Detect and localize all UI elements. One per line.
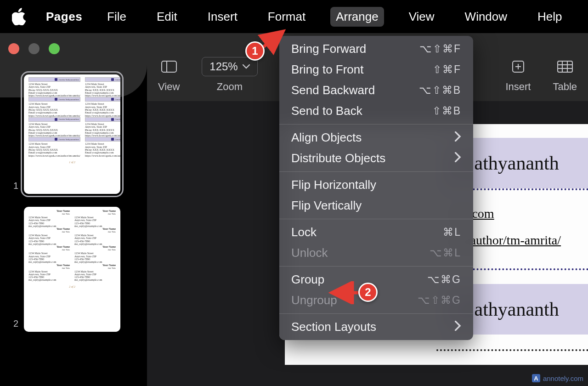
window-close-button[interactable] xyxy=(8,43,19,54)
menu-help[interactable]: Help xyxy=(532,7,567,27)
toolbar-table-group: Table xyxy=(553,57,577,93)
window-minimize-button[interactable] xyxy=(28,43,40,54)
menuitem-distribute-objects[interactable]: Distribute Objects xyxy=(279,148,473,169)
svg-rect-5 xyxy=(558,61,572,72)
svg-rect-0 xyxy=(162,61,176,72)
insert-button[interactable] xyxy=(509,57,528,76)
page-thumbnails-sidebar: 1 Amrita Sathyananthan 1234 Main StreetA… xyxy=(0,97,147,386)
page-thumbnail-2[interactable]: Your NameJob Title 1234 Main StreetAnyto… xyxy=(24,207,120,332)
chevron-down-icon xyxy=(243,64,250,69)
menuitem-bring-forward[interactable]: Bring Forward⌥⇧⌘F xyxy=(279,39,473,59)
menuitem-align-objects[interactable]: Align Objects xyxy=(279,127,473,148)
app-name[interactable]: Pages xyxy=(46,10,82,24)
watermark: A annotely.com xyxy=(532,374,583,382)
chevron-right-icon xyxy=(455,320,461,334)
annotation-step-2: 2 xyxy=(358,283,378,302)
zoom-value: 125% xyxy=(209,60,237,73)
menuitem-flip-vertically[interactable]: Flip Vertically xyxy=(279,195,473,216)
menuitem-lock[interactable]: Lock⌘L xyxy=(279,222,473,243)
apple-menu-icon[interactable] xyxy=(12,8,27,25)
toolbar-insert-group: Insert xyxy=(505,57,531,93)
menuitem-send-to-back[interactable]: Send to Back⇧⌘B xyxy=(279,101,473,121)
menu-edit[interactable]: Edit xyxy=(151,7,183,27)
menu-format[interactable]: Format xyxy=(262,7,311,27)
page-thumbnail-1[interactable]: Amrita Sathyananthan 1234 Main StreetAny… xyxy=(24,74,120,194)
window-zoom-button[interactable] xyxy=(49,43,60,54)
chevron-right-icon xyxy=(455,131,461,145)
menuitem-bring-to-front[interactable]: Bring to Front⇧⌘F xyxy=(279,59,473,80)
page-number-2: 2 xyxy=(9,318,18,329)
menuitem-unlock: Unlock⌥⌘L xyxy=(279,243,473,263)
chevron-right-icon xyxy=(455,151,461,165)
view-label: View xyxy=(158,81,180,93)
menuitem-send-backward[interactable]: Send Backward⌥⇧⌘B xyxy=(279,80,473,101)
view-button[interactable] xyxy=(159,57,179,76)
menu-file[interactable]: File xyxy=(102,7,132,27)
menu-window[interactable]: Window xyxy=(459,7,513,27)
menu-view[interactable]: View xyxy=(403,7,440,27)
table-button[interactable] xyxy=(555,57,575,76)
page-number-1: 1 xyxy=(9,181,18,191)
menuitem-section-layouts[interactable]: Section Layouts xyxy=(279,317,473,337)
dotted-separator xyxy=(436,349,588,351)
menuitem-flip-horizontally[interactable]: Flip Horizontally xyxy=(279,175,473,195)
zoom-label: Zoom xyxy=(217,81,243,93)
toolbar-view-group: View xyxy=(158,57,180,93)
insert-label: Insert xyxy=(505,81,531,93)
annotely-logo-icon: A xyxy=(532,374,540,382)
menu-insert[interactable]: Insert xyxy=(202,7,243,27)
menu-arrange[interactable]: Arrange xyxy=(330,7,384,27)
table-label: Table xyxy=(553,81,577,93)
annotation-step-1: 1 xyxy=(245,41,265,61)
